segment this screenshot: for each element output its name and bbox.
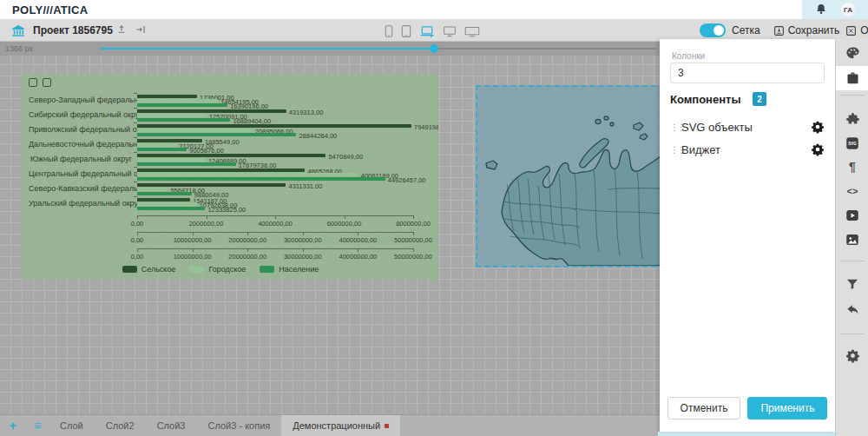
fit-width-icon[interactable]: [135, 23, 148, 37]
sidebar-divider: [840, 261, 865, 261]
bar-value-label: 12333825,00: [207, 206, 246, 214]
legend-item: Сельское: [122, 265, 176, 274]
chart-x-axis: 0,0010000000,0020000000,0030000000,00400…: [137, 247, 413, 263]
device-laptop-icon-active[interactable]: [419, 25, 435, 38]
axis-tick-label: 30000000,00: [284, 236, 322, 244]
legend-item: Городское: [189, 265, 246, 274]
bar-Городское: [137, 99, 218, 102]
width-slider-fill: [100, 48, 434, 50]
grid-toggle[interactable]: [700, 23, 726, 37]
device-tablet-icon[interactable]: [401, 24, 411, 38]
save-button[interactable]: Сохранить: [773, 24, 840, 36]
bar-chart-widget[interactable]: Северо-Западный федеральный ок...1736001…: [22, 74, 438, 280]
user-avatar[interactable]: ГА: [840, 2, 856, 17]
category-label: Северо-Кавказский федеральный ...: [29, 182, 137, 196]
columns-input[interactable]: [670, 63, 825, 83]
drag-handle-icon[interactable]: ⋮⋮: [670, 145, 681, 155]
component-item[interactable]: ⋮⋮SVG объекты: [670, 116, 825, 138]
component-label: Виджет: [681, 143, 811, 156]
layer-tabs: СлойСлой2Слой3Слой3 - копия: [49, 415, 281, 436]
axis-tick-label: 0,00: [131, 220, 144, 228]
export-icon[interactable]: [115, 23, 129, 37]
category-label: Сибирский федеральный округ: [29, 108, 137, 122]
axis-tick-label: 50000000,00: [394, 236, 432, 244]
device-widescreen-icon[interactable]: [464, 25, 480, 38]
cancel-button[interactable]: Отменить: [845, 24, 868, 36]
kaliningrad-region: [486, 161, 497, 169]
drag-handle-icon[interactable]: ⋮⋮: [670, 122, 681, 132]
video-icon[interactable]: [843, 206, 862, 225]
panel-apply-button[interactable]: Применить: [747, 397, 827, 419]
bar-Городское: [137, 143, 176, 147]
widget-frame-icon[interactable]: [29, 78, 37, 87]
bar-Население: [137, 118, 230, 122]
layer-tab[interactable]: Слой2: [95, 415, 146, 436]
device-phone-icon[interactable]: [385, 24, 393, 38]
tools-sidebar: SVG ¶ <>: [835, 39, 868, 436]
sidebar-divider: [840, 334, 865, 334]
category-label: Уральский федеральный округ: [29, 196, 137, 211]
components-panel-icon[interactable]: [843, 69, 862, 88]
app-header: POLY///ATICA ГА: [0, 0, 868, 19]
axis-tick-label: 10000000,00: [174, 253, 212, 261]
layer-tab[interactable]: Слой: [49, 415, 95, 436]
axis-tick-label: 0,00: [131, 253, 144, 261]
layer-tab[interactable]: Слой3: [146, 415, 197, 436]
layer-tab-active[interactable]: Демонстрационный: [281, 415, 400, 436]
panel-cancel-button[interactable]: Отменить: [667, 397, 741, 419]
add-layer-button[interactable]: +: [0, 415, 26, 436]
bar-Сельское: [137, 95, 197, 98]
width-slider[interactable]: [100, 48, 657, 50]
chart-category-row: Уральский федеральный округ1541187,00107…: [29, 196, 438, 211]
bar-Сельское: [137, 168, 305, 172]
components-title: Компоненты: [670, 93, 741, 106]
chart-category-row: Южный федеральный округ5470849,001240888…: [29, 152, 438, 167]
axis-tick-label: 6000000,00: [327, 220, 362, 228]
bar-Городское: [137, 188, 168, 191]
palette-icon[interactable]: [843, 43, 862, 63]
axis-tick-label: 8000000,00: [396, 220, 431, 228]
bar-value-label: 7949198,00: [414, 123, 438, 131]
component-item[interactable]: ⋮⋮Виджет: [670, 138, 825, 161]
settings-gear-icon[interactable]: [843, 346, 862, 365]
bar-Население: [137, 192, 192, 195]
category-label: Южный федеральный округ: [29, 152, 137, 167]
chart-legend: СельскоеГородскоеНаселение: [29, 265, 412, 274]
canvas-width-label: 1366 px: [5, 44, 33, 53]
code-icon[interactable]: <>: [843, 182, 862, 201]
chart-category-row: Приволжский федеральный округ7949198,002…: [29, 122, 438, 137]
image-icon[interactable]: [843, 230, 862, 249]
layer-tab[interactable]: Слой3 - копия: [197, 415, 282, 436]
device-desktop-icon[interactable]: [443, 25, 457, 38]
undo-actions-icon[interactable]: [843, 300, 862, 319]
axis-tick-label: 20000000,00: [228, 253, 266, 261]
device-preview-switcher: [385, 23, 480, 38]
chart-x-axis: 0,0010000000,0020000000,0030000000,00400…: [137, 230, 413, 247]
axis-tick-label: 40000000,00: [339, 236, 377, 244]
project-home-icon[interactable]: [10, 23, 26, 38]
chart-axes: 0,002000000,004000000,006000000,00800000…: [29, 214, 438, 263]
legend-item: Население: [260, 265, 319, 274]
svg-text:SVG: SVG: [848, 142, 857, 146]
bar-Население: [137, 207, 205, 210]
bar-Городское: [137, 114, 207, 117]
notifications-bell-icon[interactable]: [814, 3, 828, 17]
component-gear-icon[interactable]: [811, 142, 825, 156]
width-slider-handle[interactable]: [430, 44, 438, 53]
properties-panel: Колонки Компоненты 2 ⋮⋮SVG объекты⋮⋮Видж…: [660, 39, 835, 432]
component-gear-icon[interactable]: [811, 120, 825, 134]
axis-tick-label: 4000000,00: [258, 220, 293, 228]
panel-bottom-strip: [658, 432, 835, 436]
puzzle-icon[interactable]: [843, 109, 862, 129]
widget-frame-icon[interactable]: [43, 78, 51, 87]
svg-objects-icon[interactable]: SVG: [843, 134, 862, 153]
category-label: Центральный федеральный округ: [29, 167, 137, 182]
polymatica-logo: POLY///ATICA: [12, 3, 88, 17]
layer-menu-icon[interactable]: ≡: [26, 415, 49, 436]
category-label: Северо-Западный федеральный ок...: [29, 93, 137, 108]
text-paragraph-icon[interactable]: ¶: [843, 157, 862, 176]
filter-icon[interactable]: [843, 274, 862, 294]
grid-toggle-label: Сетка: [732, 24, 760, 36]
chart-category-row: Северо-Кавказский федеральный ...4311331…: [29, 182, 438, 196]
chart-x-axis: 0,002000000,004000000,006000000,00800000…: [137, 214, 413, 230]
